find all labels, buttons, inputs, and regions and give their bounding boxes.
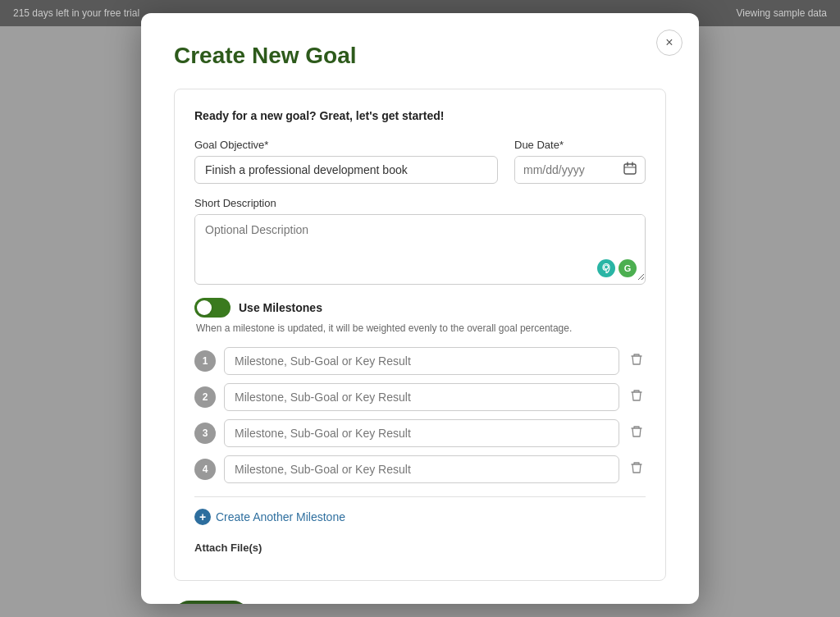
milestone-hint: When a milestone is updated, it will be … (194, 322, 646, 334)
save-button[interactable]: Save (174, 601, 249, 604)
textarea-icons: G (597, 259, 637, 277)
add-milestone-icon: + (194, 509, 211, 525)
modal-title: Create New Goal (174, 43, 666, 69)
description-group: Short Description G (194, 197, 646, 285)
svg-point-1 (605, 265, 609, 269)
calendar-icon[interactable] (615, 162, 645, 178)
milestone-item-1: 1 (194, 347, 646, 375)
attach-label: Attach File(s) (194, 542, 646, 554)
modal-overlay: Create New Goal × Ready for a new goal? … (0, 0, 840, 617)
milestone-list: 1 2 (194, 347, 646, 497)
milestone-section: Use Milestones When a milestone is updat… (194, 298, 646, 525)
milestone-input-3[interactable] (224, 419, 619, 447)
add-milestone-label: Create Another Milestone (216, 510, 345, 523)
form-footer: Save Cancel (174, 601, 666, 604)
milestones-toggle[interactable] (194, 298, 231, 318)
delete-milestone-2[interactable] (628, 386, 646, 409)
delete-milestone-4[interactable] (628, 458, 646, 481)
milestone-input-2[interactable] (224, 383, 619, 411)
top-fields-row: Goal Objective* Due Date* (194, 139, 646, 184)
milestone-input-1[interactable] (224, 347, 619, 375)
description-textarea[interactable] (195, 215, 645, 281)
due-date-label: Due Date* (514, 139, 646, 151)
milestone-item-4: 4 (194, 455, 646, 483)
milestone-input-4[interactable] (224, 455, 619, 483)
due-date-input[interactable] (515, 157, 615, 183)
delete-milestone-1[interactable] (628, 350, 646, 372)
milestone-item-3: 3 (194, 419, 646, 447)
toggle-row: Use Milestones (194, 298, 646, 318)
milestone-num-4: 4 (194, 459, 216, 480)
close-button[interactable]: × (656, 30, 682, 56)
milestone-num-2: 2 (194, 386, 216, 408)
svg-rect-0 (624, 164, 636, 174)
attach-section: Attach File(s) (194, 542, 646, 554)
goal-objective-group: Goal Objective* (194, 139, 498, 184)
ready-text: Ready for a new goal? Great, let's get s… (194, 109, 646, 122)
short-desc-label: Short Description (194, 197, 646, 209)
pin-icon (597, 259, 615, 277)
textarea-wrap: G (194, 214, 646, 285)
due-date-group: Due Date* (514, 139, 646, 184)
milestone-num-1: 1 (194, 350, 216, 372)
grammarly-icon: G (619, 259, 637, 277)
milestones-toggle-label: Use Milestones (239, 301, 322, 314)
milestone-num-3: 3 (194, 423, 216, 444)
milestone-item-2: 2 (194, 383, 646, 411)
create-goal-modal: Create New Goal × Ready for a new goal? … (141, 13, 699, 604)
toggle-knob (197, 300, 212, 315)
form-card: Ready for a new goal? Great, let's get s… (174, 89, 666, 581)
due-date-wrap (514, 156, 646, 184)
add-milestone-button[interactable]: + Create Another Milestone (194, 509, 345, 525)
goal-objective-label: Goal Objective* (194, 139, 498, 151)
delete-milestone-3[interactable] (628, 422, 646, 445)
goal-objective-input[interactable] (194, 156, 498, 184)
